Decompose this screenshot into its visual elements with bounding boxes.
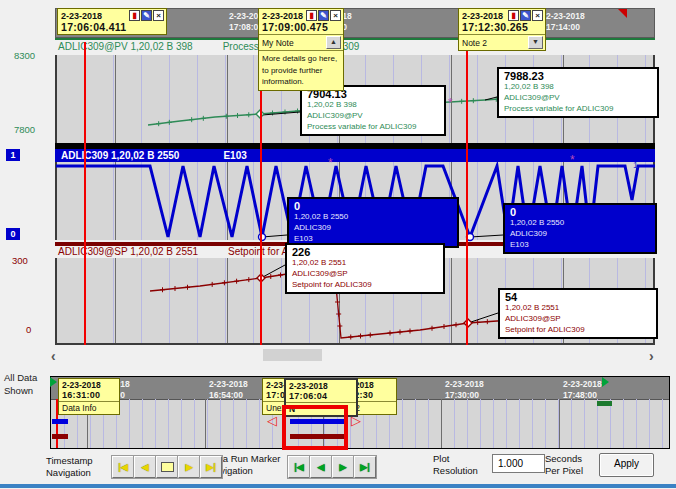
gridline-major [115,162,116,240]
callout-line: E103 [510,240,649,251]
callout-line: ADLIC309 [294,223,451,234]
pin-icon[interactable]: ▮ [129,10,140,21]
gridline-major [227,162,228,240]
axis-sp-top: 300 [12,255,28,266]
data-run-marker-red [52,434,68,439]
gridline-minor [142,399,143,448]
overview-end-marker-icon [602,377,609,387]
first-icon: |◀ [118,462,127,472]
close-icon[interactable]: × [532,10,543,21]
gridline-minor [477,258,478,343]
gridline-minor [449,55,450,143]
callout-value: 54 [505,291,650,303]
note-date: 2-23-2018▮✎× [459,9,545,21]
next-icon: ▶ [186,462,193,472]
data-run-marker-blue [52,419,68,424]
first-icon: |◀ [294,462,303,472]
callout-line: Process variable for ADLIC309 [504,104,651,115]
seconds-per-pixel-label: Seconds Per Pixel [545,453,595,478]
note-icon [161,462,174,472]
data-run-marker-green [597,401,612,406]
view-range-right-arrow-icon[interactable]: ▷ [351,414,361,427]
close-icon[interactable]: × [330,10,341,21]
datarun-nav-first-button[interactable]: |◀ [288,456,310,478]
time-cursor-2[interactable] [466,42,468,345]
note-tooltip[interactable]: 2-23-2018▮✎×17:06:04.411 [57,8,167,35]
gridline-minor [197,55,198,143]
timeline-tick-label: 2-23-201817:14:00 [546,11,585,34]
pin-icon[interactable]: ▮ [306,10,317,21]
timestamp-nav-first-button[interactable]: |◀ [112,456,134,478]
gridline-minor [194,399,195,448]
gridline-minor [477,55,478,143]
note-tooltip[interactable]: 2-23-201816:31:00Data Info [58,378,120,415]
callout-line: ADLIC309 [510,229,649,240]
note-time: 16:31:00 [59,390,119,401]
trend-viewer-window: 2-23-201817:06:002-23-201817:08:002-23-2… [0,0,676,489]
prev-icon: ◀ [318,462,325,472]
apply-button[interactable]: Apply [599,453,654,477]
callout-line: Process variable for ADLIC309 [307,122,438,133]
gridline-minor [181,399,182,448]
gridline-major [451,258,452,343]
gridline-minor [141,55,142,143]
gridline-major [559,399,560,448]
gridline-minor [168,399,169,448]
callout-line: 1,20,02 B 398 [307,100,438,111]
gridline-minor [141,258,142,343]
all-data-shown-label: All Data Shown [4,372,56,398]
gridline-minor [169,258,170,343]
timestamp-nav-last-button[interactable]: ▶| [200,456,222,478]
note-time: 17:09:00.475 [259,21,343,34]
gridline-major [115,55,116,143]
gridline-minor [246,399,247,448]
edit-icon[interactable]: ✎ [520,10,531,21]
note-expand-button[interactable]: ▼ [528,36,543,49]
view-range-rectangle[interactable] [282,405,348,450]
note-expand-button[interactable]: ▲ [326,36,341,49]
scrollbar-thumb[interactable] [263,349,322,361]
gridline-major [115,258,116,343]
last-icon: ▶| [360,462,369,472]
axis-pv-bottom: 7800 [14,124,35,135]
note-date: 2-23-2018▮✎× [58,9,166,21]
gridline-minor [113,55,114,143]
gridline-minor [113,162,114,240]
datarun-nav-prev-button[interactable]: ◀ [310,456,332,478]
close-icon[interactable]: × [153,10,164,21]
red-flag-marker-icon [618,9,627,18]
gridline-minor [141,162,142,240]
time-cursor-0[interactable] [84,42,86,345]
scroll-right-icon[interactable]: › [649,350,654,362]
view-range-left-arrow-icon[interactable]: ◁ [267,414,277,427]
note-title: Data Info [62,403,97,413]
scroll-left-icon[interactable]: ‹ [51,350,56,362]
plot-resolution-input[interactable] [492,454,545,473]
gridline-minor [454,399,455,448]
callout-value: 7988.23 [504,70,651,82]
callout-line: ADLIC309@SP [505,314,650,325]
axis-sp-bottom: 0 [26,324,31,335]
edit-icon[interactable]: ✎ [141,10,152,21]
note-tooltip[interactable]: 2-23-2018▮✎×17:12:30.265Note 2▼ [458,8,546,51]
value-callout: 541,20,02 B 2551ADLIC309@SPSetpoint for … [498,288,658,339]
gridline-minor [225,258,226,343]
gridline-minor [545,399,546,448]
timestamp-nav-prev-button[interactable]: ◀ [134,456,156,478]
axis-bin-bottom: 0 [6,228,20,240]
prev-icon: ◀ [142,462,149,472]
gridline-minor [281,258,282,343]
note-tooltip[interactable]: 2-23-2018▮✎×17:09:00.475My Note▲More det… [258,8,344,91]
timestamp-nav-next-button[interactable]: ▶ [178,456,200,478]
gridline-minor [597,399,598,448]
datarun-nav-next-button[interactable]: ▶ [332,456,354,478]
callout-line: ADLIC309@SP [292,269,437,280]
timestamp-nav-note-button[interactable] [156,456,178,478]
gridline-minor [649,399,650,448]
edit-icon[interactable]: ✎ [318,10,329,21]
callout-line: 1,20,02 B 2551 [505,303,650,314]
gridline-minor [402,399,403,448]
gridline-minor [253,55,254,143]
datarun-nav-last-button[interactable]: ▶| [354,456,376,478]
pin-icon[interactable]: ▮ [508,10,519,21]
